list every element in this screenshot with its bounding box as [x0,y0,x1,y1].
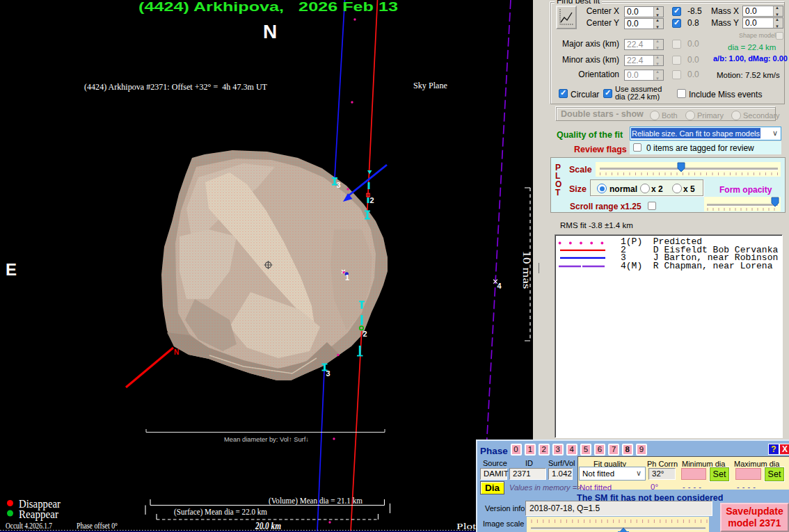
svg-text:3: 3 [326,369,330,378]
svg-text:Mean diameter by: Vol↑ Surf↓: Mean diameter by: Vol↑ Surf↓ [224,435,309,443]
svg-text:10 mas: 10 mas [521,251,532,289]
svg-text:E: E [6,260,17,279]
svg-text:Plot: Plot [456,521,476,531]
svg-text:Occult 4.2026.1.7: Occult 4.2026.1.7 [6,522,52,530]
svg-text:2: 2 [363,330,367,338]
svg-text:20.0 km: 20.0 km [255,521,281,531]
svg-text:Reappear: Reappear [19,508,58,521]
svg-text:(4424) Arkhipova #2371: Offset: (4424) Arkhipova #2371: Offset +32° = 4h… [84,81,267,92]
svg-text:Phase offset 0°: Phase offset 0° [77,522,118,530]
svg-text:(Surface) Mean dia = 22.0 km: (Surface) Mean dia = 22.0 km [174,506,267,517]
svg-text:N: N [174,348,179,356]
svg-text:Sky Plane: Sky Plane [413,80,447,90]
svg-text:3: 3 [337,181,341,189]
svg-text:4: 4 [497,282,502,290]
svg-text:(Volume) Mean dia = 21.1 km: (Volume) Mean dia = 21.1 km [269,495,362,506]
svg-text:N: N [263,21,277,42]
svg-text:(4424) Arkhipova, 2026 Feb 1: (4424) Arkhipova, 2026 Feb 13 [138,0,398,14]
svg-text:1: 1 [345,273,349,282]
svg-text:2: 2 [370,196,374,204]
